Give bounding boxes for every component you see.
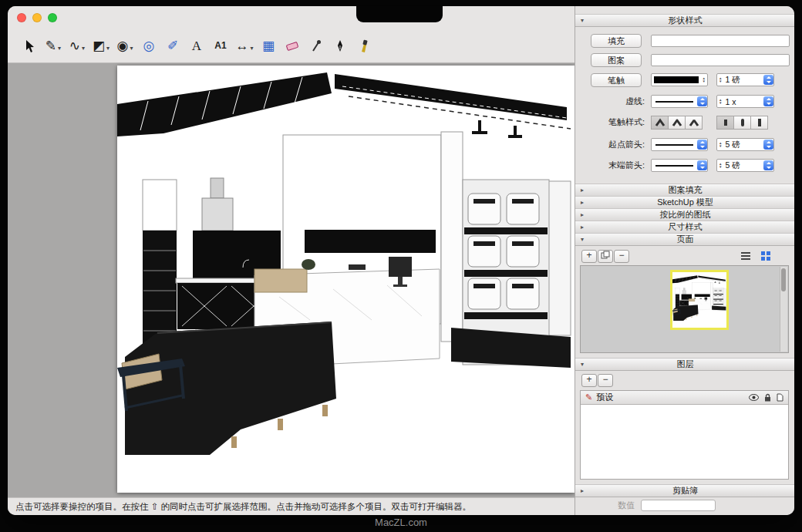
line-tool[interactable]: ✎ ▾ xyxy=(44,33,62,59)
eyedropper-tool[interactable] xyxy=(307,33,325,59)
popup-arrows-icon xyxy=(763,140,773,150)
visibility-eye-icon[interactable] xyxy=(749,394,759,401)
end-arrow-dropdown[interactable] xyxy=(651,159,708,172)
document-area: ✎ ▾ ∿ ▾ ◩ ▾ ◉ ▾ ◎ ✐ A xyxy=(8,6,575,515)
screen-notch xyxy=(356,6,443,22)
grid-view-button[interactable] xyxy=(759,250,773,261)
join-round-button[interactable] xyxy=(668,116,686,130)
stroke-width-value: 1 磅 xyxy=(725,75,740,86)
end-arrow-size-combo[interactable]: ▲▼ 5 磅 xyxy=(716,159,774,172)
disclosure-triangle-icon: ▸ xyxy=(581,485,584,497)
watermark: MacZL.com xyxy=(0,517,802,528)
eraser-tool[interactable] xyxy=(283,33,302,59)
canvas-drawing xyxy=(117,66,575,493)
disclosure-triangle-icon: ▸ xyxy=(581,184,584,196)
rectangle-icon: ◩ xyxy=(93,39,105,52)
chevron-down-icon: ▾ xyxy=(82,45,85,52)
join-miter-button[interactable] xyxy=(651,116,669,130)
pages-thumbnail-area[interactable] xyxy=(580,265,789,353)
add-page-button[interactable]: + xyxy=(581,250,597,263)
stroke-cap-buttons xyxy=(716,116,767,130)
minimize-button[interactable] xyxy=(32,13,42,22)
close-button[interactable] xyxy=(17,13,26,22)
layer-row-default[interactable]: ✎ 预设 xyxy=(581,391,788,405)
pattern-swatch-field[interactable] xyxy=(651,54,790,66)
measure-field[interactable] xyxy=(641,500,716,511)
section-header-scaled-drawing[interactable]: ▸ 按比例的图纸 xyxy=(575,208,794,221)
table-tool[interactable]: ▦ xyxy=(259,33,278,59)
section-header-shape-style[interactable]: ▾ 形状样式 xyxy=(575,14,794,27)
text-tool[interactable]: A xyxy=(187,33,206,59)
fill-button[interactable]: 填充 xyxy=(591,34,642,48)
add-layer-button[interactable]: + xyxy=(581,374,597,387)
page-doc-icon[interactable] xyxy=(777,393,783,402)
pen-tool[interactable] xyxy=(331,33,349,59)
marker-tool[interactable] xyxy=(355,33,373,59)
pencil-icon: ✎ xyxy=(585,392,592,402)
stepper-icon[interactable]: ▲▼ xyxy=(719,163,722,169)
dash-scale-combo[interactable]: ▲▼ 1 x xyxy=(716,95,774,108)
section-header-pattern-fill[interactable]: ▸ 图案填充 xyxy=(575,184,794,197)
section-header-layers[interactable]: ▾ 图层 xyxy=(575,358,794,371)
stepper-icon[interactable]: ▲▼ xyxy=(719,77,722,83)
cap-butt-button[interactable] xyxy=(716,116,734,130)
cap-square-button[interactable] xyxy=(750,116,768,130)
popup-arrows-icon xyxy=(763,96,773,106)
select-tool[interactable] xyxy=(20,33,39,59)
section-header-dimension-style[interactable]: ▸ 尺寸样式 xyxy=(575,221,794,234)
circle-icon: ◉ xyxy=(117,39,129,52)
curve-icon: ∿ xyxy=(69,39,80,52)
lock-icon[interactable] xyxy=(764,393,771,402)
stroke-color-swatch[interactable]: ▲▼ xyxy=(651,73,708,86)
list-view-button[interactable] xyxy=(739,250,753,261)
section-title: 图案填充 xyxy=(669,185,703,194)
layers-list-body[interactable] xyxy=(581,405,788,480)
label-tool[interactable]: A1 xyxy=(211,33,230,59)
line-preview xyxy=(655,165,693,167)
section-header-pages[interactable]: ▾ 页面 xyxy=(575,233,794,246)
fill-swatch-field[interactable] xyxy=(651,35,790,47)
rectangle-tool[interactable]: ◩ ▾ xyxy=(92,33,110,59)
start-arrow-dropdown[interactable] xyxy=(651,138,708,151)
stroke-width-combo[interactable]: ▲▼ 1 磅 xyxy=(716,73,774,86)
sketch-tool[interactable]: ✐ xyxy=(163,33,182,59)
dash-label: 虚线: xyxy=(577,95,645,107)
status-bar: 点击可选择要操控的项目。在按住 ⇧ 的同时点击可扩展选择范围。点击并拖动可选择多… xyxy=(8,497,575,515)
scrollbar-thumb[interactable] xyxy=(781,268,786,291)
dash-scale-value: 1 x xyxy=(725,97,736,106)
scrollbar[interactable] xyxy=(780,267,787,352)
start-arrow-size-combo[interactable]: ▲▼ 5 磅 xyxy=(716,138,774,151)
dash-style-dropdown[interactable] xyxy=(651,95,708,108)
pattern-button[interactable]: 图案 xyxy=(591,53,642,67)
window-controls xyxy=(17,13,57,22)
pasteboard[interactable] xyxy=(8,63,575,497)
dimension-tool[interactable]: ↔ ▾ xyxy=(235,33,254,59)
end-arrow-size-value: 5 磅 xyxy=(725,160,740,171)
duplicate-page-button[interactable] xyxy=(598,250,613,263)
section-header-sketchup-model[interactable]: ▸ SketchUp 模型 xyxy=(575,196,794,209)
page-thumbnail[interactable] xyxy=(670,270,729,330)
remove-layer-button[interactable]: − xyxy=(598,374,613,387)
zoom-button[interactable] xyxy=(48,13,57,22)
section-header-scrapbook[interactable]: ▸ 剪贴簿 xyxy=(575,484,794,497)
stepper-icon[interactable]: ▲▼ xyxy=(719,142,722,148)
disclosure-triangle-icon: ▸ xyxy=(581,221,584,233)
pen-nib-icon xyxy=(335,39,345,53)
section-title: 尺寸样式 xyxy=(669,222,703,231)
freehand-tool[interactable]: ∿ ▾ xyxy=(68,33,86,59)
end-arrow-label: 末端箭头: xyxy=(577,159,645,171)
join-bevel-button[interactable] xyxy=(685,116,703,130)
stepper-icon[interactable]: ▲▼ xyxy=(719,99,722,105)
circle-tool[interactable]: ◉ ▾ xyxy=(116,33,134,59)
inspector-panel: ▾ 形状样式 填充 图案 笔触 ▲▼ ▲▼ 1 磅 虚线: ▲▼ 1 x 笔触样… xyxy=(575,6,794,515)
list-view-icon xyxy=(740,251,751,260)
stroke-style-label: 笔触样式: xyxy=(577,116,645,128)
stroke-button[interactable]: 笔触 xyxy=(591,73,642,87)
page-canvas[interactable] xyxy=(117,66,575,493)
remove-page-button[interactable]: − xyxy=(614,250,629,263)
offset-tool[interactable]: ◎ xyxy=(140,33,158,59)
dimension-icon: ↔ xyxy=(235,39,248,52)
page-thumbnail-preview xyxy=(672,272,726,328)
stepper-icon[interactable]: ▲▼ xyxy=(703,77,706,83)
cap-round-button[interactable] xyxy=(733,116,751,130)
